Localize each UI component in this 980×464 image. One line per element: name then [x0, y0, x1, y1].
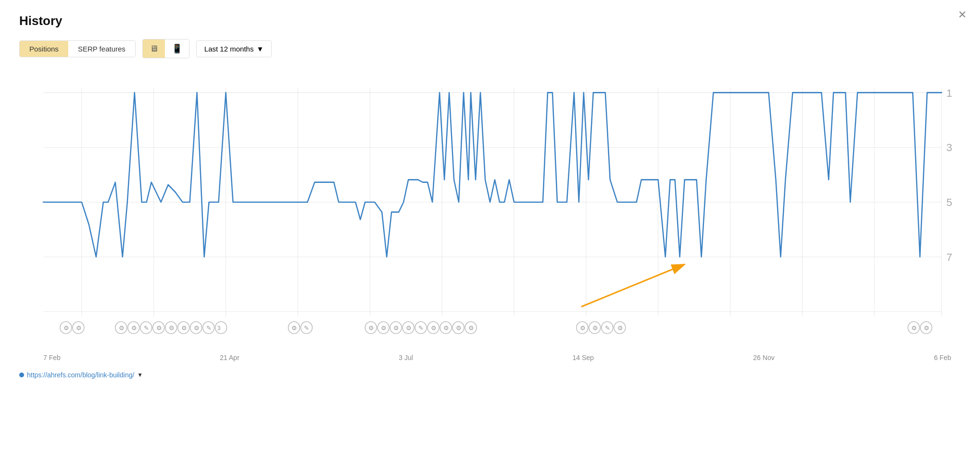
svg-text:⚙: ⚙ — [406, 324, 412, 332]
event-icons-group4[interactable]: ⚙ ⚙ ⚙ ⚙ ✎ ⚙ ⚙ ⚙ ⚙ — [365, 322, 477, 334]
svg-text:⚙: ⚙ — [194, 324, 200, 332]
svg-text:⚙: ⚙ — [431, 324, 437, 332]
period-label: Last 12 months — [204, 45, 254, 53]
svg-text:✎: ✎ — [206, 324, 212, 332]
svg-line-18 — [581, 264, 685, 307]
svg-text:⚙: ⚙ — [592, 324, 598, 332]
svg-text:⚙: ⚙ — [156, 324, 162, 332]
x-label-sep14: 14 Sep — [572, 354, 593, 361]
svg-text:⚙: ⚙ — [291, 324, 297, 332]
svg-text:⚙: ⚙ — [169, 324, 175, 332]
svg-text:✎: ✎ — [144, 324, 149, 332]
x-label-feb6: 6 Feb — [934, 354, 951, 361]
event-icons-group1[interactable]: ⚙ ⚙ — [60, 322, 84, 334]
svg-text:⚙: ⚙ — [63, 324, 69, 332]
chart-area: .grid-line { stroke: #e8e8e8; stroke-wid… — [19, 73, 961, 361]
period-dropdown-icon: ▼ — [256, 45, 264, 53]
url-row: https://ahrefs.com/blog/link-building/ ▼ — [19, 366, 961, 379]
event-icons-group2[interactable]: ⚙ ⚙ ✎ ⚙ ⚙ ⚙ ⚙ ✎ 3 — [115, 322, 227, 334]
svg-text:⚙: ⚙ — [617, 324, 623, 332]
svg-text:⚙: ⚙ — [456, 324, 462, 332]
svg-text:⚙: ⚙ — [368, 324, 374, 332]
svg-text:✎: ✎ — [304, 324, 309, 332]
svg-text:⚙: ⚙ — [580, 324, 586, 332]
y-label-5: 5 — [946, 196, 952, 208]
period-dropdown-button[interactable]: Last 12 months ▼ — [196, 40, 272, 57]
main-container: History Positions SERP features 🖥 📱 Last… — [0, 0, 980, 464]
svg-text:⚙: ⚙ — [381, 324, 387, 332]
tab-group: Positions SERP features — [19, 40, 136, 57]
tab-positions[interactable]: Positions — [20, 41, 68, 57]
event-icons-group6[interactable]: ⚙ ⚙ — [908, 322, 932, 334]
mobile-icon: 📱 — [172, 43, 182, 54]
svg-text:⚙: ⚙ — [443, 324, 449, 332]
svg-text:3: 3 — [217, 324, 221, 332]
x-label-feb7: 7 Feb — [43, 354, 61, 361]
y-label-3: 3 — [946, 142, 952, 154]
svg-text:✎: ✎ — [418, 324, 424, 332]
y-label-1: 1 — [946, 87, 952, 99]
svg-text:⚙: ⚙ — [468, 324, 474, 332]
mobile-device-button[interactable]: 📱 — [165, 39, 189, 58]
tab-serp-features[interactable]: SERP features — [68, 41, 135, 57]
url-dropdown-arrow[interactable]: ▼ — [137, 372, 143, 378]
desktop-device-button[interactable]: 🖥 — [143, 39, 165, 58]
y-label-7: 7 — [946, 251, 952, 263]
x-label-nov26: 26 Nov — [753, 354, 774, 361]
device-group: 🖥 📱 — [142, 39, 189, 58]
desktop-icon: 🖥 — [150, 44, 158, 54]
close-button[interactable]: ✕ — [958, 10, 967, 20]
x-label-jul3: 3 Jul — [399, 354, 413, 361]
event-icons-group5[interactable]: ⚙ ⚙ ✎ ⚙ — [577, 322, 626, 334]
url-link[interactable]: https://ahrefs.com/blog/link-building/ — [27, 371, 134, 379]
svg-text:⚙: ⚙ — [924, 324, 930, 332]
chart-svg: .grid-line { stroke: #e8e8e8; stroke-wid… — [19, 73, 961, 361]
svg-text:⚙: ⚙ — [393, 324, 399, 332]
arrow-annotation — [581, 264, 685, 307]
svg-text:⚙: ⚙ — [119, 324, 125, 332]
svg-text:⚙: ⚙ — [131, 324, 137, 332]
url-dot — [19, 373, 24, 377]
event-icons-group3[interactable]: ⚙ ✎ — [288, 322, 312, 334]
svg-text:✎: ✎ — [605, 324, 610, 332]
page-title: History — [19, 13, 961, 28]
x-label-apr21: 21 Apr — [220, 354, 239, 361]
svg-text:⚙: ⚙ — [76, 324, 82, 332]
svg-text:⚙: ⚙ — [911, 324, 917, 332]
toolbar: Positions SERP features 🖥 📱 Last 12 mont… — [19, 39, 961, 58]
svg-text:⚙: ⚙ — [181, 324, 187, 332]
